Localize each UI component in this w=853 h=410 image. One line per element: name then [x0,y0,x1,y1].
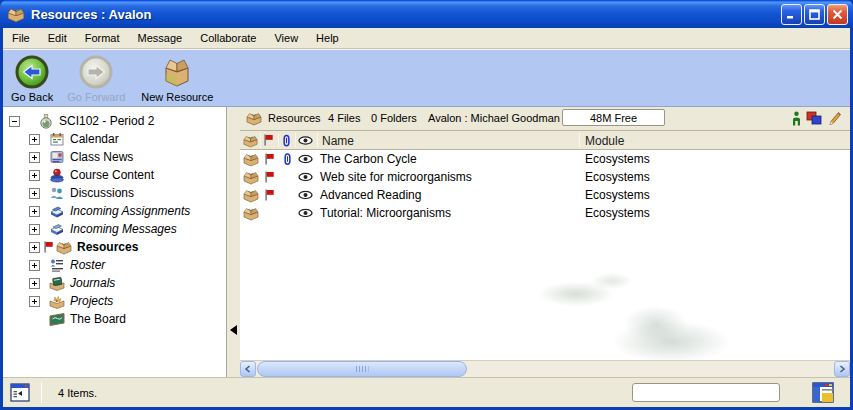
splitter[interactable] [228,107,240,377]
discussions-icon [49,185,65,201]
tree-item-projects[interactable]: Projects [3,292,226,310]
flag-column-icon[interactable] [263,134,274,146]
tree-label[interactable]: Incoming Messages [70,222,177,236]
collapse-icon[interactable] [9,116,20,127]
expand-icon[interactable] [29,206,40,217]
item-name[interactable]: The Carbon Cycle [320,152,417,166]
close-button[interactable] [827,4,848,25]
expand-icon[interactable] [29,278,40,289]
tree-label[interactable]: Discussions [70,186,134,200]
attachment-column-icon[interactable] [282,134,291,147]
item-name[interactable]: Web site for microorganisms [320,170,472,184]
tree-label[interactable]: Calendar [70,132,119,146]
tree-label[interactable]: Class News [70,150,133,164]
expand-icon[interactable] [29,152,40,163]
go-forward-button[interactable]: Go Forward [67,54,125,103]
pencil-icon[interactable] [828,111,841,126]
tree-label[interactable]: Projects [70,294,113,308]
list-item-web-site[interactable]: Web site for microorganisms Ecosystems [240,168,850,186]
new-resource-button[interactable]: New Resource [141,54,213,103]
column-header-name[interactable]: Name [322,134,354,148]
tree-item-discussions[interactable]: Discussions [3,184,226,202]
list-item-tutorial[interactable]: Tutorial: Microorganisms Ecosystems [240,204,850,222]
toolbar: Go Back Go Forward New Resource [3,49,850,107]
title-bar[interactable]: Resources : Avalon [0,0,853,28]
status-bar: 4 Items. [3,377,850,407]
menu-collaborate[interactable]: Collaborate [191,29,265,47]
tree-item-course-root[interactable]: SCI102 - Period 2 [3,112,226,130]
expand-icon[interactable] [29,242,40,253]
tree-item-journals[interactable]: Journals [3,274,226,292]
go-forward-icon [78,54,114,90]
minimize-button[interactable] [781,4,802,25]
tree-label[interactable]: Course Content [70,168,154,182]
column-separator [295,133,296,147]
course-tree: SCI102 - Period 2 Calendar [3,107,227,377]
item-module: Ecosystems [585,188,650,202]
flag-icon [264,189,275,201]
status-separator [41,382,42,403]
list-item-advanced-reading[interactable]: Advanced Reading Ecosystems [240,186,850,204]
scrollbar-thumb[interactable] [257,361,467,377]
tree-label[interactable]: Resources [77,240,138,254]
tree-label[interactable]: Journals [70,276,115,290]
tree-label[interactable]: Roster [70,258,105,272]
free-space-label: 48M Free [590,112,637,124]
item-name[interactable]: Advanced Reading [320,188,421,202]
main-area: SCI102 - Period 2 Calendar [3,107,850,377]
flag-icon [264,171,275,183]
account-label: Avalon : Michael Goodman [428,112,560,124]
resource-item-icon [243,169,259,185]
tree-item-roster[interactable]: Roster [3,256,226,274]
tree-item-class-news[interactable]: Class News [3,148,226,166]
scroll-right-button[interactable] [834,361,850,377]
app-box-icon [7,5,25,23]
tree-label[interactable]: Incoming Assignments [70,204,190,218]
list-item-carbon-cycle[interactable]: The Carbon Cycle Ecosystems [240,150,850,168]
column-separator [260,133,261,147]
menu-edit[interactable]: Edit [39,29,76,47]
collapse-panel-icon[interactable] [230,325,237,335]
status-message-box [632,383,780,402]
column-separator [278,133,279,147]
menu-message[interactable]: Message [129,29,192,47]
column-header-module[interactable]: Module [585,134,624,148]
resources-box-icon [56,239,72,255]
item-type-column-icon[interactable] [243,133,258,148]
expand-icon[interactable] [29,188,40,199]
panel-layout-icon[interactable] [812,382,834,403]
scroll-left-button[interactable] [240,361,256,377]
layers-icon[interactable] [806,111,822,126]
menu-view[interactable]: View [265,29,307,47]
status-window-icon[interactable] [10,383,30,402]
tree-label[interactable]: The Board [70,312,126,326]
maximize-button[interactable] [804,4,825,25]
horizontal-scrollbar[interactable] [240,360,850,377]
expand-icon[interactable] [29,260,40,271]
menu-format[interactable]: Format [76,29,129,47]
course-content-icon [49,167,65,183]
person-icon[interactable] [792,111,801,126]
viewed-column-icon[interactable] [298,136,313,145]
expand-icon[interactable] [29,296,40,307]
free-space-indicator: 48M Free [562,109,665,126]
tree-label[interactable]: SCI102 - Period 2 [59,114,154,128]
tree-item-incoming-messages[interactable]: Incoming Messages [3,220,226,238]
board-icon [49,311,65,327]
item-module: Ecosystems [585,152,650,166]
item-module: Ecosystems [585,170,650,184]
expand-icon[interactable] [29,224,40,235]
expand-icon[interactable] [29,134,40,145]
tree-item-resources[interactable]: Resources [3,238,226,256]
tree-item-incoming-assignments[interactable]: Incoming Assignments [3,202,226,220]
tree-item-course-content[interactable]: Course Content [3,166,226,184]
menu-help[interactable]: Help [307,29,348,47]
tree-item-the-board[interactable]: The Board [3,310,226,328]
tree-item-calendar[interactable]: Calendar [3,130,226,148]
menu-file[interactable]: File [3,29,39,47]
menu-bar: File Edit Format Message Collaborate Vie… [3,28,850,49]
expand-icon[interactable] [29,170,40,181]
go-back-label: Go Back [11,91,53,103]
go-back-button[interactable]: Go Back [11,54,53,103]
item-name[interactable]: Tutorial: Microorganisms [320,206,451,220]
